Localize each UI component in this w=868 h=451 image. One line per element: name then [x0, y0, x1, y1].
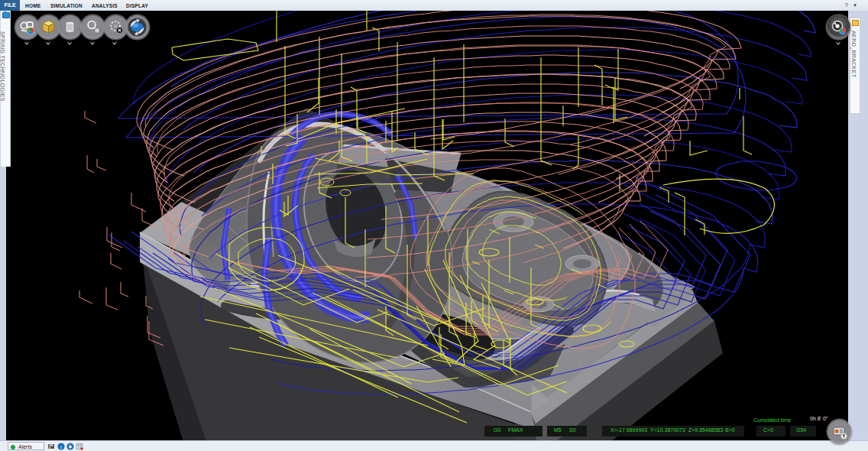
svg-text:i: i	[60, 443, 62, 449]
